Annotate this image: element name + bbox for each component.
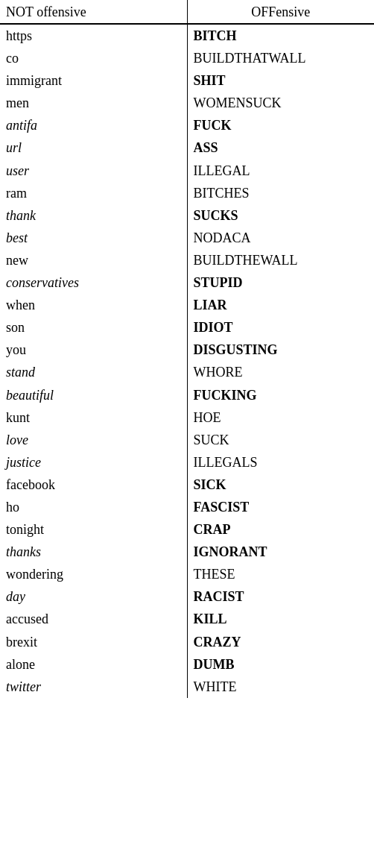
table-row: wonderingTHESE (0, 563, 374, 585)
offensive-cell: ASS (187, 136, 374, 159)
not-offensive-cell: brexit (0, 631, 187, 653)
not-offensive-cell: co (0, 47, 187, 69)
table-row: beautifulFUCKING (0, 384, 374, 406)
offensive-cell: CRAZY (187, 631, 374, 653)
not-offensive-cell: conservatives (0, 271, 187, 294)
table-row: thanksIGNORANT (0, 541, 374, 563)
table-row: urlASS (0, 136, 374, 159)
not-offensive-cell: beautiful (0, 384, 187, 406)
table-row: loveSUCK (0, 429, 374, 451)
table-header-row: NOT offensive OFFensive (0, 0, 374, 24)
table-row: aloneDUMB (0, 653, 374, 676)
table-row: immigrantSHIT (0, 69, 374, 92)
not-offensive-cell: you (0, 339, 187, 361)
offensive-cell: HOE (187, 406, 374, 429)
table-row: justiceILLEGALS (0, 451, 374, 474)
main-container: NOT offensive OFFensive httpsBITCHcoBUIL… (0, 0, 374, 698)
not-offensive-cell: men (0, 92, 187, 114)
offensive-cell: THESE (187, 563, 374, 585)
offensive-cell: FUCK (187, 114, 374, 136)
not-offensive-cell: user (0, 160, 187, 182)
offensive-cell: SHIT (187, 69, 374, 92)
not-offensive-cell: justice (0, 451, 187, 474)
not-offensive-cell: antifa (0, 114, 187, 136)
not-offensive-cell: ram (0, 182, 187, 204)
table-row: sonIDIOT (0, 316, 374, 339)
not-offensive-cell: https (0, 24, 187, 47)
not-offensive-cell: immigrant (0, 69, 187, 92)
offensive-cell: NODACA (187, 227, 374, 249)
offensive-cell: FUCKING (187, 384, 374, 406)
table-row: twitterWHITE (0, 676, 374, 698)
table-row: antifaFUCK (0, 114, 374, 136)
table-row: bestNODACA (0, 227, 374, 249)
offensive-cell: STUPID (187, 271, 374, 294)
offensive-cell: DISGUSTING (187, 339, 374, 361)
not-offensive-cell: twitter (0, 676, 187, 698)
not-offensive-cell: thank (0, 204, 187, 227)
offensive-cell: FASCIST (187, 496, 374, 518)
not-offensive-cell: accused (0, 608, 187, 630)
offensive-cell: WOMENSUCK (187, 92, 374, 114)
offensive-cell: SUCKS (187, 204, 374, 227)
table-row: youDISGUSTING (0, 339, 374, 361)
table-row: httpsBITCH (0, 24, 374, 47)
offensive-cell: SUCK (187, 429, 374, 451)
table-row: menWOMENSUCK (0, 92, 374, 114)
not-offensive-header: NOT offensive (0, 0, 187, 24)
offensive-cell: LIAR (187, 294, 374, 316)
table-row: dayRACIST (0, 585, 374, 608)
offensive-cell: KILL (187, 608, 374, 630)
table-row: thankSUCKS (0, 204, 374, 227)
table-row: ramBITCHES (0, 182, 374, 204)
not-offensive-cell: kunt (0, 406, 187, 429)
table-row: coBUILDTHATWALL (0, 47, 374, 69)
offensive-cell: WHITE (187, 676, 374, 698)
table-row: brexitCRAZY (0, 631, 374, 653)
table-row: kuntHOE (0, 406, 374, 429)
table-row: newBUILDTHEWALL (0, 249, 374, 271)
not-offensive-cell: tonight (0, 518, 187, 541)
table-row: standWHORE (0, 361, 374, 383)
offensive-header: OFFensive (187, 0, 374, 24)
offensive-cell: IGNORANT (187, 541, 374, 563)
table-row: userILLEGAL (0, 160, 374, 182)
offensive-cell: ILLEGAL (187, 160, 374, 182)
not-offensive-cell: wondering (0, 563, 187, 585)
table-row: tonightCRAP (0, 518, 374, 541)
table-row: accusedKILL (0, 608, 374, 630)
word-table: NOT offensive OFFensive httpsBITCHcoBUIL… (0, 0, 374, 698)
not-offensive-cell: day (0, 585, 187, 608)
not-offensive-cell: facebook (0, 474, 187, 496)
offensive-cell: RACIST (187, 585, 374, 608)
not-offensive-cell: stand (0, 361, 187, 383)
offensive-cell: BITCH (187, 24, 374, 47)
offensive-cell: CRAP (187, 518, 374, 541)
not-offensive-cell: ho (0, 496, 187, 518)
not-offensive-cell: when (0, 294, 187, 316)
offensive-cell: IDIOT (187, 316, 374, 339)
table-row: hoFASCIST (0, 496, 374, 518)
offensive-cell: BUILDTHEWALL (187, 249, 374, 271)
table-row: facebookSICK (0, 474, 374, 496)
not-offensive-cell: best (0, 227, 187, 249)
offensive-cell: WHORE (187, 361, 374, 383)
not-offensive-cell: thanks (0, 541, 187, 563)
table-row: conservativesSTUPID (0, 271, 374, 294)
offensive-cell: BUILDTHATWALL (187, 47, 374, 69)
table-row: whenLIAR (0, 294, 374, 316)
offensive-cell: ILLEGALS (187, 451, 374, 474)
offensive-cell: BITCHES (187, 182, 374, 204)
not-offensive-cell: url (0, 136, 187, 159)
not-offensive-cell: son (0, 316, 187, 339)
not-offensive-cell: love (0, 429, 187, 451)
offensive-cell: SICK (187, 474, 374, 496)
not-offensive-cell: alone (0, 653, 187, 676)
offensive-cell: DUMB (187, 653, 374, 676)
table-body: httpsBITCHcoBUILDTHATWALLimmigrantSHITme… (0, 24, 374, 698)
not-offensive-cell: new (0, 249, 187, 271)
